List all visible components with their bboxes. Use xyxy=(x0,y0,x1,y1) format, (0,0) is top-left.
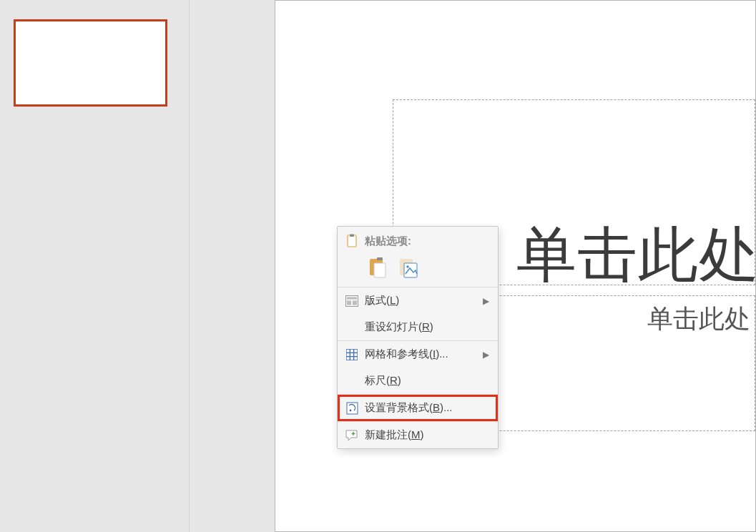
slide-thumbnail-1[interactable] xyxy=(14,19,167,107)
layout-icon xyxy=(343,295,360,307)
paste-use-destination-theme[interactable] xyxy=(366,255,391,280)
paste-options-label: 粘贴选项: xyxy=(365,235,411,248)
grid-icon xyxy=(343,349,360,360)
comment-icon xyxy=(343,430,360,441)
svg-rect-9 xyxy=(347,297,357,299)
svg-rect-1 xyxy=(350,235,354,237)
menu-item-format-background-label: 设置背景格式(B)... xyxy=(365,401,453,415)
svg-point-7 xyxy=(406,265,408,267)
menu-item-layout[interactable]: 版式(L) ▶ xyxy=(338,287,498,314)
menu-item-new-comment[interactable]: 新建批注(M) xyxy=(338,422,498,448)
svg-rect-10 xyxy=(347,300,351,305)
svg-rect-4 xyxy=(377,257,383,260)
menu-item-grid-guides[interactable]: 网格和参考线(I)... ▶ xyxy=(338,341,498,368)
menu-item-reset-slide-label: 重设幻灯片(R) xyxy=(365,320,433,334)
menu-item-format-background[interactable]: 设置背景格式(B)... xyxy=(338,395,498,421)
menu-item-ruler[interactable]: 标尺(R) xyxy=(338,368,498,394)
menu-item-ruler-label: 标尺(R) xyxy=(365,374,401,388)
svg-rect-0 xyxy=(348,235,356,247)
context-menu: 粘贴选项: 版式(L) ▶ 重设幻灯片(R) 网格和参考线( xyxy=(337,226,499,449)
slide-thumbnail-panel xyxy=(0,0,190,532)
svg-rect-3 xyxy=(374,263,386,277)
menu-item-grid-guides-label: 网格和参考线(I)... xyxy=(365,348,448,361)
chevron-right-icon: ▶ xyxy=(483,350,489,360)
chevron-right-icon: ▶ xyxy=(483,296,489,306)
clipboard-icon xyxy=(343,234,360,248)
subtitle-placeholder-text: 单击此处 xyxy=(647,302,750,337)
format-background-icon xyxy=(343,402,360,415)
paste-options-header: 粘贴选项: xyxy=(338,227,498,255)
paste-picture[interactable] xyxy=(396,255,421,280)
svg-rect-11 xyxy=(353,300,357,305)
svg-point-13 xyxy=(349,409,351,411)
title-placeholder-text: 单击此处 xyxy=(516,215,756,296)
paste-options-row xyxy=(338,255,498,287)
menu-item-layout-label: 版式(L) xyxy=(365,294,399,307)
menu-item-reset-slide[interactable]: 重设幻灯片(R) xyxy=(338,314,498,340)
menu-item-new-comment-label: 新建批注(M) xyxy=(365,428,424,442)
